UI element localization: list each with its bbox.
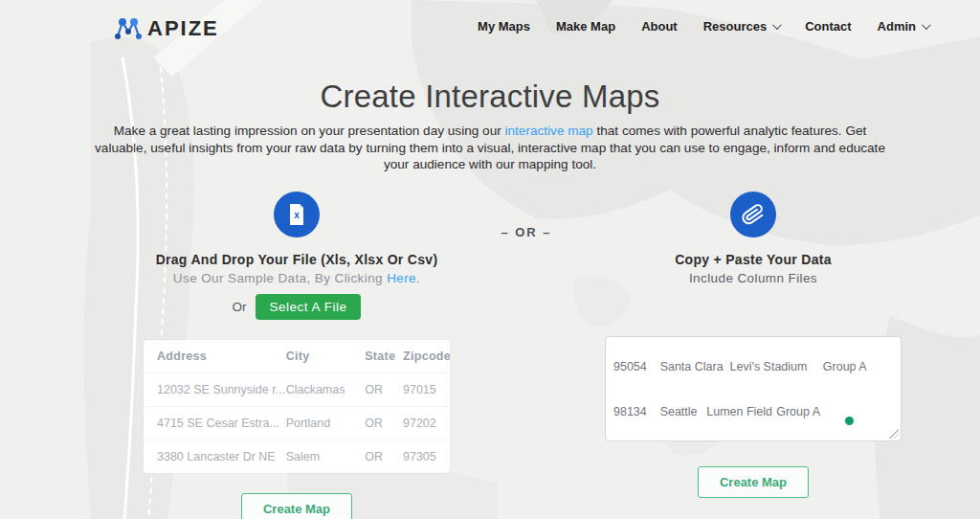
- paste-subheading: Include Column Files: [605, 271, 902, 285]
- green-dot-indicator: [845, 417, 854, 425]
- chevron-down-icon: [922, 20, 931, 30]
- mapize-logo-icon: [111, 13, 145, 44]
- cell-zipcode: 97202: [403, 417, 450, 430]
- cell-state: OR: [365, 450, 403, 463]
- cell-city: Portland: [286, 417, 366, 430]
- nav-item-about[interactable]: About: [641, 19, 678, 34]
- nav-item-resources[interactable]: Resources: [703, 19, 779, 34]
- logo-text: APIZE: [147, 16, 219, 41]
- column-header-state: State: [365, 350, 403, 363]
- nav-item-contact[interactable]: Contact: [805, 19, 851, 34]
- mapize-logo[interactable]: APIZE: [111, 13, 219, 44]
- column-header-city: City: [286, 350, 366, 363]
- create-map-button-paste[interactable]: Create Map: [698, 466, 809, 498]
- column-header-address: Address: [157, 350, 286, 363]
- cell-city: Clackamas: [286, 383, 366, 396]
- sample-data-table: Address City State Zipcode 12032 SE Sunn…: [144, 340, 450, 473]
- chevron-down-icon: [772, 20, 782, 30]
- cell-zipcode: 97305: [403, 450, 450, 463]
- paste-heading: Copy + Paste Your Data: [605, 252, 902, 267]
- table-row: 12032 SE Sunnyside r... Clackamas OR 970…: [144, 373, 450, 407]
- cell-zipcode: 97015: [403, 383, 450, 396]
- excel-file-icon: x: [274, 192, 320, 237]
- sample-data-line: Use Our Sample Data, By Clicking Here.: [144, 271, 450, 285]
- textarea-resize-handle[interactable]: [889, 429, 899, 439]
- paste-section: Copy + Paste Your Data Include Column Fi…: [605, 192, 902, 498]
- cell-address: 12032 SE Sunnyside r...: [157, 383, 286, 396]
- page-title: Create Interactive Maps: [0, 79, 980, 115]
- or-select-row: Or Select A File: [144, 294, 450, 320]
- main-nav: My Maps Make Map About Resources Contact…: [478, 19, 928, 34]
- cell-state: OR: [365, 383, 403, 396]
- paperclip-icon: [730, 192, 776, 237]
- nav-item-my-maps[interactable]: My Maps: [478, 19, 530, 34]
- cell-city: Salem: [286, 450, 366, 463]
- create-map-button-upload[interactable]: Create Map: [241, 493, 352, 519]
- select-file-button[interactable]: Select A File: [256, 294, 362, 320]
- upload-heading: Drag And Drop Your File (Xls, Xlsx Or Cs…: [144, 252, 450, 267]
- hero-description: Make a great lasting impression on your …: [95, 123, 885, 173]
- cell-address: 3380 Lancaster Dr NE: [157, 450, 286, 463]
- table-row: 4715 SE Cesar Estra... Portland OR 97202: [144, 407, 450, 440]
- table-header-row: Address City State Zipcode: [144, 340, 450, 373]
- nav-item-admin[interactable]: Admin: [878, 19, 928, 34]
- paste-data-textarea[interactable]: 95054 Santa Clara Levi's Stadium Group A…: [605, 336, 902, 441]
- interactive-map-link[interactable]: interactive map: [505, 124, 593, 138]
- or-label: Or: [233, 300, 247, 314]
- column-header-zipcode: Zipcode: [403, 350, 450, 363]
- sample-data-here-link[interactable]: Here: [387, 271, 416, 285]
- mapize-landing-page: APIZE My Maps Make Map About Resources C…: [0, 0, 980, 519]
- table-row: 3380 Lancaster Dr NE Salem OR 97305: [144, 440, 450, 473]
- nav-item-make-map[interactable]: Make Map: [556, 19, 615, 34]
- upload-section: x Drag And Drop Your File (Xls, Xlsx Or …: [144, 192, 450, 519]
- or-divider: – OR –: [490, 225, 563, 239]
- cell-state: OR: [365, 417, 403, 430]
- cell-address: 4715 SE Cesar Estra...: [157, 417, 286, 430]
- pasted-data-content: 95054 Santa Clara Levi's Stadium Group A…: [613, 336, 893, 441]
- svg-text:x: x: [294, 210, 300, 220]
